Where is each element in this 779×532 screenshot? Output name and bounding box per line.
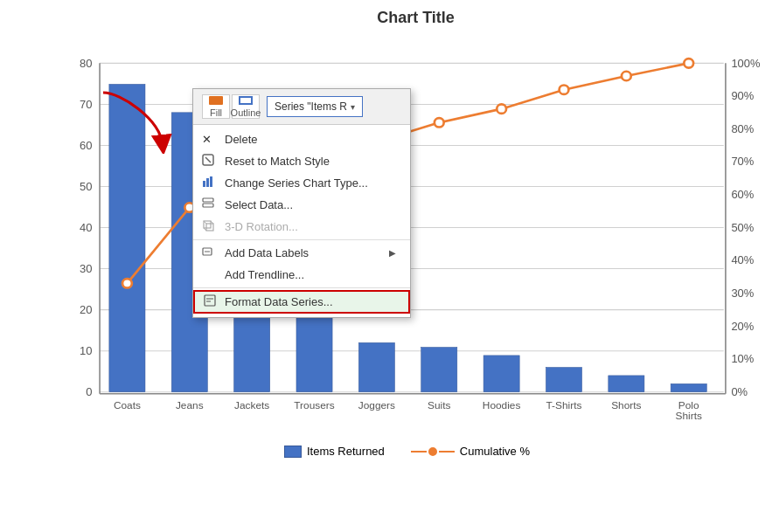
svg-text:100%: 100% bbox=[731, 57, 760, 70]
svg-text:70%: 70% bbox=[731, 155, 754, 169]
fill-icon bbox=[209, 96, 223, 105]
label-joggers: Joggers bbox=[358, 399, 395, 411]
svg-text:90%: 90% bbox=[731, 89, 754, 102]
rotation-icon bbox=[202, 219, 214, 234]
legend-line-seg2 bbox=[439, 451, 455, 453]
svg-text:60: 60 bbox=[80, 139, 92, 152]
series-button[interactable]: Series "Items R ▾ bbox=[267, 96, 363, 117]
legend-line-icon bbox=[411, 447, 455, 456]
cm-item-select-data[interactable]: Select Data... bbox=[193, 194, 410, 216]
cm-item-3d: 3-D Rotation... bbox=[193, 216, 410, 238]
bar-coats[interactable] bbox=[109, 84, 145, 391]
outline-label: Outline bbox=[231, 107, 261, 118]
svg-text:50: 50 bbox=[80, 180, 92, 193]
svg-text:0: 0 bbox=[86, 385, 92, 398]
label-trousers: Trousers bbox=[294, 399, 335, 411]
svg-text:10%: 10% bbox=[731, 352, 754, 365]
outline-button[interactable]: Outline bbox=[232, 94, 260, 119]
label-jeans: Jeans bbox=[176, 399, 204, 411]
chart-area: 0 10 20 30 40 50 60 70 80 0% 10% 20% 30%… bbox=[52, 36, 762, 438]
svg-point-41 bbox=[622, 72, 631, 80]
context-menu: Fill Outline Series "Items R ▾ ✕ Delete bbox=[192, 88, 411, 318]
submenu-arrow-icon: ▶ bbox=[389, 248, 396, 258]
bar-poloshirts[interactable] bbox=[671, 383, 706, 391]
svg-text:10: 10 bbox=[80, 344, 92, 357]
svg-text:30%: 30% bbox=[731, 287, 754, 300]
label-shorts: Shorts bbox=[611, 399, 642, 411]
chart-icon bbox=[202, 176, 214, 190]
bar-joggers[interactable] bbox=[358, 342, 394, 391]
bar-shorts[interactable] bbox=[609, 376, 644, 392]
bar-hoodies[interactable] bbox=[483, 356, 519, 392]
cm-item-trendline[interactable]: Add Trendline... bbox=[193, 264, 410, 286]
legend-line-seg bbox=[411, 451, 427, 453]
label-jackets: Jackets bbox=[234, 399, 269, 411]
svg-text:80: 80 bbox=[80, 57, 92, 70]
svg-point-39 bbox=[497, 104, 506, 113]
legend-bar-label: Items Returned bbox=[307, 445, 385, 458]
legend-item-line: Cumulative % bbox=[411, 445, 530, 458]
fill-label: Fill bbox=[210, 107, 222, 118]
legend-bar-icon bbox=[284, 446, 302, 458]
label-suits: Suits bbox=[428, 399, 451, 411]
cm-icon-group: Fill Outline bbox=[202, 94, 260, 119]
cm-item-format-series-label: Format Data Series... bbox=[225, 295, 333, 308]
label-icon bbox=[202, 245, 214, 260]
cm-item-change-type-label: Change Series Chart Type... bbox=[225, 176, 368, 190]
svg-text:70: 70 bbox=[80, 98, 92, 111]
outline-icon bbox=[239, 96, 253, 105]
chart-title: Chart Title bbox=[70, 9, 762, 27]
cm-item-add-labels[interactable]: Add Data Labels ▶ bbox=[193, 242, 410, 264]
svg-text:20%: 20% bbox=[731, 320, 754, 333]
chevron-down-icon: ▾ bbox=[351, 102, 355, 112]
cm-item-3d-label: 3-D Rotation... bbox=[225, 220, 298, 233]
legend-item-bars: Items Returned bbox=[284, 445, 385, 458]
cm-item-reset-label: Reset to Match Style bbox=[225, 155, 330, 168]
svg-rect-51 bbox=[206, 224, 213, 231]
chart-container: Chart Title bbox=[0, 0, 779, 532]
svg-rect-57 bbox=[205, 295, 215, 306]
cm-item-select-data-label: Select Data... bbox=[225, 198, 293, 211]
legend-dot-icon bbox=[428, 447, 437, 456]
label-hoodies: Hoodies bbox=[483, 399, 521, 411]
svg-rect-48 bbox=[203, 198, 213, 202]
label-coats: Coats bbox=[114, 399, 141, 411]
svg-text:40: 40 bbox=[80, 221, 92, 234]
svg-rect-46 bbox=[206, 178, 209, 187]
label-poloshirts1: Polo bbox=[678, 399, 699, 411]
delete-icon: ✕ bbox=[202, 133, 212, 146]
svg-text:30: 30 bbox=[80, 262, 92, 275]
svg-text:40%: 40% bbox=[731, 254, 754, 267]
bar-suits[interactable] bbox=[421, 348, 457, 392]
svg-text:80%: 80% bbox=[731, 122, 754, 135]
reset-icon bbox=[202, 154, 214, 169]
cm-item-trendline-label: Add Trendline... bbox=[225, 268, 304, 281]
cm-item-reset[interactable]: Reset to Match Style bbox=[193, 150, 410, 172]
svg-point-42 bbox=[684, 59, 693, 67]
fill-button[interactable]: Fill bbox=[202, 94, 230, 119]
svg-point-40 bbox=[560, 85, 569, 93]
svg-point-33 bbox=[122, 279, 132, 287]
label-poloshirts2: Shirts bbox=[676, 410, 703, 421]
cm-item-change-type[interactable]: Change Series Chart Type... bbox=[193, 172, 410, 194]
context-menu-body: ✕ Delete Reset to Match Style bbox=[193, 125, 410, 317]
cm-item-add-labels-label: Add Data Labels bbox=[225, 246, 309, 259]
series-label: Series "Items R bbox=[275, 100, 347, 113]
svg-rect-45 bbox=[203, 181, 205, 187]
svg-text:50%: 50% bbox=[731, 221, 754, 234]
svg-point-38 bbox=[435, 118, 444, 127]
context-menu-header: Fill Outline Series "Items R ▾ bbox=[193, 89, 410, 125]
data-icon bbox=[202, 197, 214, 212]
svg-text:60%: 60% bbox=[731, 188, 754, 201]
cm-separator-1 bbox=[193, 239, 410, 240]
svg-rect-47 bbox=[210, 176, 212, 187]
svg-text:20: 20 bbox=[80, 303, 92, 316]
label-tshirts: T-Shirts bbox=[546, 399, 582, 411]
cm-item-format-series[interactable]: Format Data Series... bbox=[193, 290, 410, 314]
bar-tshirts[interactable] bbox=[546, 368, 581, 392]
bar-trousers[interactable] bbox=[296, 318, 332, 392]
format-icon bbox=[204, 294, 216, 309]
cm-item-delete[interactable]: ✕ Delete bbox=[193, 128, 410, 150]
cm-item-delete-label: Delete bbox=[225, 133, 258, 146]
legend: Items Returned Cumulative % bbox=[52, 445, 762, 458]
